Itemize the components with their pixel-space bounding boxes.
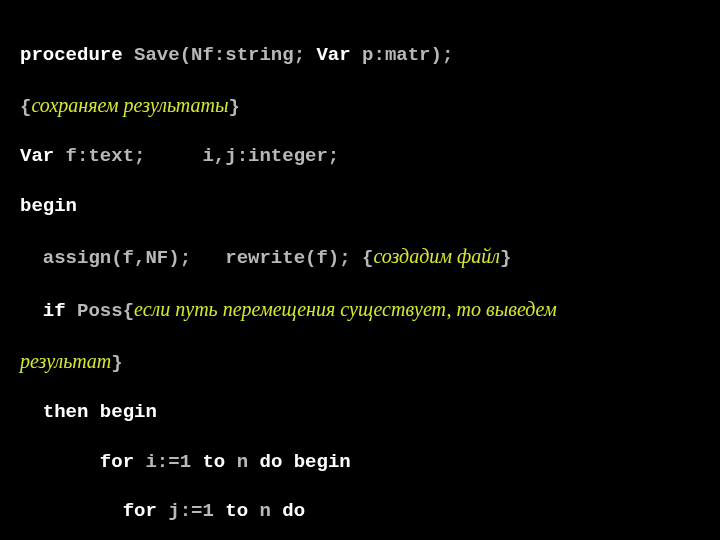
code-text: n	[225, 451, 259, 473]
comment-text: результат	[20, 350, 111, 372]
code-line: результат}	[20, 348, 700, 376]
keyword-to: to	[202, 451, 225, 473]
keyword-var: Var	[20, 145, 54, 167]
keyword-begin: begin	[294, 451, 351, 473]
keyword-if: if	[43, 300, 66, 322]
code-snippet: procedure Save(Nf:string; Var p:matr); {…	[0, 0, 720, 540]
comment-brace: }	[500, 247, 511, 269]
code-text	[282, 451, 293, 473]
code-line: for j:=1 to n do	[20, 499, 700, 524]
code-line: if Poss{если путь перемещения существует…	[20, 296, 700, 324]
comment-text: создадим файл	[373, 245, 500, 267]
comment-brace: {	[20, 96, 31, 118]
code-text: j:=1	[157, 500, 225, 522]
keyword-to: to	[225, 500, 248, 522]
comment-text: если путь перемещения существует, то выв…	[134, 298, 557, 320]
keyword-then: then	[43, 401, 89, 423]
code-text	[20, 401, 43, 423]
comment-brace: }	[111, 352, 122, 374]
code-line: procedure Save(Nf:string; Var p:matr);	[20, 43, 700, 68]
code-text: n	[248, 500, 282, 522]
keyword-for: for	[100, 451, 134, 473]
comment-brace: {	[123, 300, 134, 322]
code-text: Save(Nf:string;	[123, 44, 317, 66]
comment-brace: }	[228, 96, 239, 118]
keyword-for: for	[123, 500, 157, 522]
keyword-do: do	[260, 451, 283, 473]
keyword-do: do	[282, 500, 305, 522]
code-text: assign(f,NF); rewrite(f);	[20, 247, 362, 269]
code-text	[88, 401, 99, 423]
code-text	[20, 451, 100, 473]
code-text	[20, 500, 123, 522]
keyword-var: Var	[316, 44, 350, 66]
keyword-procedure: procedure	[20, 44, 123, 66]
code-text: f:text; i,j:integer;	[54, 145, 339, 167]
code-text: Poss	[66, 300, 123, 322]
comment-brace: {	[362, 247, 373, 269]
code-text: p:matr);	[351, 44, 454, 66]
code-line: for i:=1 to n do begin	[20, 450, 700, 475]
comment-text: сохраняем результаты	[31, 94, 228, 116]
code-text	[20, 300, 43, 322]
code-line: then begin	[20, 400, 700, 425]
code-line: Var f:text; i,j:integer;	[20, 144, 700, 169]
code-line: assign(f,NF); rewrite(f); {создадим файл…	[20, 243, 700, 271]
code-line: {сохраняем результаты}	[20, 92, 700, 120]
keyword-begin: begin	[100, 401, 157, 423]
keyword-begin: begin	[20, 195, 77, 217]
code-text: i:=1	[134, 451, 202, 473]
code-line: begin	[20, 194, 700, 219]
